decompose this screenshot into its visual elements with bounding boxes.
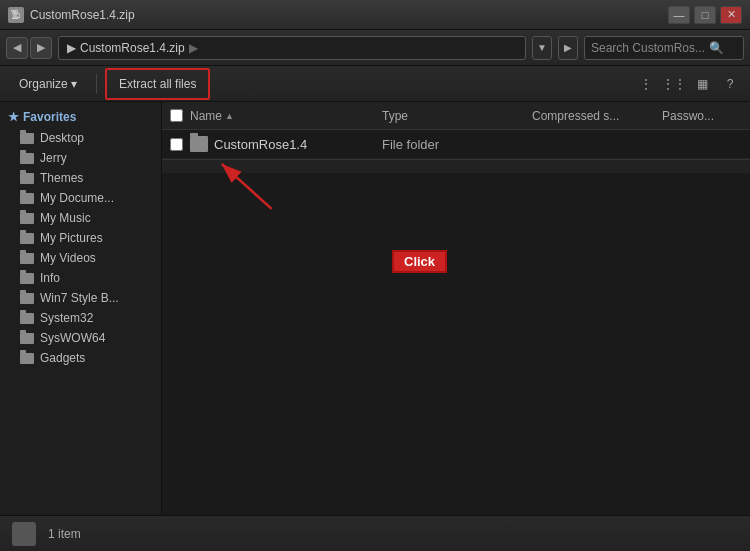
app-icon: 🗜 bbox=[8, 7, 24, 23]
sidebar-label-gadgets: Gadgets bbox=[40, 351, 85, 365]
sort-arrow: ▲ bbox=[225, 111, 234, 121]
toolbar: Organize ▾ Extract all files ⋮ ⋮⋮ ▦ ? bbox=[0, 66, 750, 102]
forward-button[interactable]: ▶ bbox=[30, 37, 52, 59]
content-area: Name ▲ Type Compressed s... Passwo... Cu… bbox=[162, 102, 750, 515]
path-text: CustomRose1.4.zip bbox=[80, 41, 185, 55]
main-area: ★ Favorites Desktop Jerry Themes My Docu… bbox=[0, 102, 750, 515]
sidebar-item-win7style[interactable]: Win7 Style B... bbox=[0, 288, 161, 308]
search-icon: 🔍 bbox=[709, 41, 724, 55]
folder-icon bbox=[20, 173, 34, 184]
address-dropdown[interactable]: ▼ bbox=[532, 36, 552, 60]
column-headers: Name ▲ Type Compressed s... Passwo... bbox=[162, 102, 750, 130]
favorites-label: Favorites bbox=[23, 110, 76, 124]
file-name: CustomRose1.4 bbox=[214, 137, 382, 152]
maximize-button[interactable]: □ bbox=[694, 6, 716, 24]
folder-icon bbox=[20, 313, 34, 324]
star-icon: ★ bbox=[8, 110, 19, 124]
address-bar: ◀ ▶ ▶ CustomRose1.4.zip ▶ ▼ ▶ Search Cus… bbox=[0, 30, 750, 66]
back-button[interactable]: ◀ bbox=[6, 37, 28, 59]
status-item-count: 1 item bbox=[48, 527, 81, 541]
sidebar-item-desktop[interactable]: Desktop bbox=[0, 128, 161, 148]
nav-buttons: ◀ ▶ bbox=[6, 37, 52, 59]
address-path[interactable]: ▶ CustomRose1.4.zip ▶ bbox=[58, 36, 526, 60]
folder-icon bbox=[20, 353, 34, 364]
sidebar-label-syswow64: SysWOW64 bbox=[40, 331, 105, 345]
title-bar-left: 🗜 CustomRose1.4.zip bbox=[8, 7, 135, 23]
sidebar-item-mydocuments[interactable]: My Docume... bbox=[0, 188, 161, 208]
click-label: Click bbox=[392, 250, 447, 273]
click-annotation-container: Click bbox=[392, 250, 447, 273]
password-column-header[interactable]: Passwo... bbox=[662, 109, 742, 123]
sidebar-label-desktop: Desktop bbox=[40, 131, 84, 145]
view-split-button[interactable]: ⋮⋮ bbox=[662, 72, 686, 96]
window-title: CustomRose1.4.zip bbox=[30, 8, 135, 22]
folder-icon bbox=[20, 333, 34, 344]
sidebar-label-info: Info bbox=[40, 271, 60, 285]
file-folder-icon bbox=[190, 136, 208, 152]
name-column-header[interactable]: Name ▲ bbox=[190, 109, 382, 123]
sidebar-item-gadgets[interactable]: Gadgets bbox=[0, 348, 161, 368]
help-button[interactable]: ? bbox=[718, 72, 742, 96]
row-checkbox-col bbox=[170, 138, 190, 151]
status-bar: 1 item bbox=[0, 515, 750, 551]
toolbar-separator bbox=[96, 74, 97, 94]
favorites-header: ★ Favorites bbox=[0, 106, 161, 128]
table-row[interactable]: CustomRose1.4 File folder bbox=[162, 130, 750, 159]
sidebar-item-info[interactable]: Info bbox=[0, 268, 161, 288]
extract-button-wrapper: Extract all files bbox=[105, 68, 210, 100]
horizontal-scrollbar[interactable] bbox=[162, 159, 750, 173]
organize-button[interactable]: Organize ▾ bbox=[8, 71, 88, 97]
sidebar-label-myvideos: My Videos bbox=[40, 251, 96, 265]
file-type: File folder bbox=[382, 137, 532, 152]
view-grid-button[interactable]: ▦ bbox=[690, 72, 714, 96]
toolbar-right: ⋮ ⋮⋮ ▦ ? bbox=[634, 72, 742, 96]
window-controls[interactable]: — □ ✕ bbox=[668, 6, 742, 24]
sidebar-item-system32[interactable]: System32 bbox=[0, 308, 161, 328]
sidebar-label-themes: Themes bbox=[40, 171, 83, 185]
sidebar-item-themes[interactable]: Themes bbox=[0, 168, 161, 188]
sidebar-item-mypictures[interactable]: My Pictures bbox=[0, 228, 161, 248]
folder-icon bbox=[20, 293, 34, 304]
sidebar-label-jerry: Jerry bbox=[40, 151, 67, 165]
checkbox-col bbox=[170, 109, 190, 122]
sidebar-label-mymusic: My Music bbox=[40, 211, 91, 225]
sidebar-label-win7: Win7 Style B... bbox=[40, 291, 119, 305]
sidebar-label-mypictures: My Pictures bbox=[40, 231, 103, 245]
extract-button[interactable]: Extract all files bbox=[108, 71, 207, 97]
sidebar-item-myvideos[interactable]: My Videos bbox=[0, 248, 161, 268]
folder-icon bbox=[20, 273, 34, 284]
close-button[interactable]: ✕ bbox=[720, 6, 742, 24]
favorites-section: ★ Favorites Desktop Jerry Themes My Docu… bbox=[0, 106, 161, 368]
sidebar: ★ Favorites Desktop Jerry Themes My Docu… bbox=[0, 102, 162, 515]
select-all-checkbox[interactable] bbox=[170, 109, 183, 122]
minimize-button[interactable]: — bbox=[668, 6, 690, 24]
folder-icon bbox=[20, 253, 34, 264]
sidebar-label-system32: System32 bbox=[40, 311, 93, 325]
folder-icon bbox=[20, 153, 34, 164]
folder-icon bbox=[20, 213, 34, 224]
status-icon bbox=[12, 522, 36, 546]
sidebar-label-mydoc: My Docume... bbox=[40, 191, 114, 205]
compressed-column-header[interactable]: Compressed s... bbox=[532, 109, 662, 123]
path-sep: ▶ bbox=[189, 41, 198, 55]
folder-icon bbox=[20, 233, 34, 244]
sidebar-item-mymusic[interactable]: My Music bbox=[0, 208, 161, 228]
sidebar-item-syswow64[interactable]: SysWOW64 bbox=[0, 328, 161, 348]
breadcrumb-item: ▶ bbox=[67, 41, 76, 55]
folder-icon bbox=[20, 133, 34, 144]
address-arrow[interactable]: ▶ bbox=[558, 36, 578, 60]
view-menu-button[interactable]: ⋮ bbox=[634, 72, 658, 96]
search-box[interactable]: Search CustomRos... 🔍 bbox=[584, 36, 744, 60]
folder-icon bbox=[20, 193, 34, 204]
search-placeholder: Search CustomRos... bbox=[591, 41, 705, 55]
row-checkbox[interactable] bbox=[170, 138, 183, 151]
sidebar-item-jerry[interactable]: Jerry bbox=[0, 148, 161, 168]
title-bar: 🗜 CustomRose1.4.zip — □ ✕ bbox=[0, 0, 750, 30]
type-column-header[interactable]: Type bbox=[382, 109, 532, 123]
